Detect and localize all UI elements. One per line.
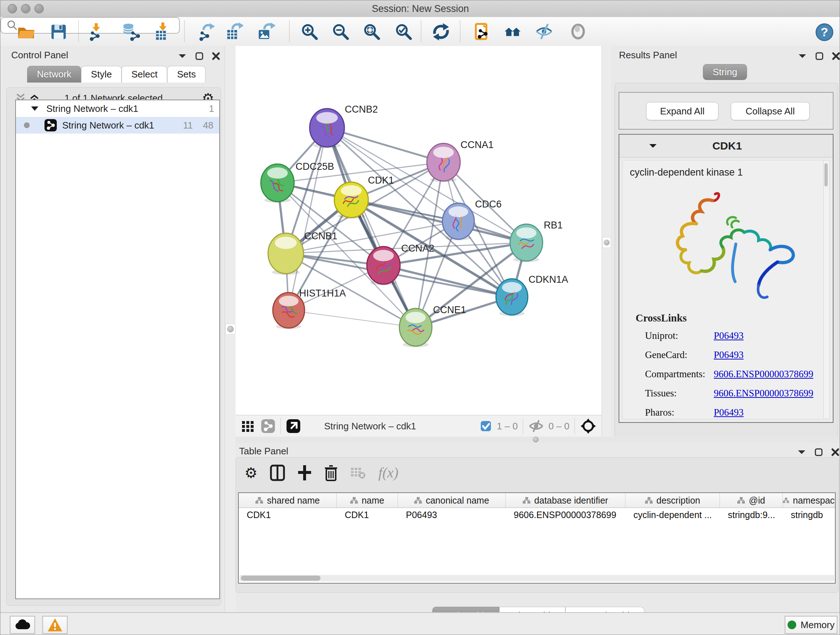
delete-column-trash-icon[interactable]: [324, 464, 338, 481]
left-splitter[interactable]: [225, 46, 236, 612]
expand-all-button[interactable]: Expand All: [646, 102, 718, 120]
column-header-description[interactable]: description: [625, 493, 720, 508]
left-splitter-handle[interactable]: [227, 326, 234, 333]
table-cell[interactable]: 9606.ENSP00000378699: [506, 508, 625, 522]
string-view-icon[interactable]: [261, 419, 275, 433]
table-cell[interactable]: P06493: [398, 508, 506, 522]
network-edge-CCNB2-HIST1H1A[interactable]: [289, 128, 327, 310]
collection-expand-icon[interactable]: [30, 105, 39, 112]
selected-checkbox[interactable]: [480, 420, 492, 432]
crosslink-link[interactable]: P06493: [714, 330, 744, 341]
right-splitter[interactable]: [602, 46, 612, 438]
create-column-icon[interactable]: [297, 464, 312, 481]
column-header-namespace[interactable]: namespace: [783, 493, 836, 508]
gene-collapse-icon[interactable]: [648, 142, 658, 149]
string-document-button[interactable]: [472, 22, 491, 41]
results-scrollbar[interactable]: [823, 161, 829, 418]
memory-button[interactable]: Memory: [785, 616, 837, 634]
enhanced-graphics-button[interactable]: [569, 22, 587, 41]
right-splitter-handle[interactable]: [604, 240, 609, 245]
birdseye-grid-icon[interactable]: [240, 419, 255, 433]
help-button[interactable]: ?: [815, 23, 834, 42]
table-options-gear-icon[interactable]: ⚙: [245, 464, 257, 481]
network-edge-CCNE1-HIST1H1A[interactable]: [289, 310, 416, 327]
results-scrollbar-thumb[interactable]: [824, 163, 828, 187]
crosslink-link[interactable]: 9606.ENSP00000378699: [714, 369, 813, 380]
tab-sets[interactable]: Sets: [167, 66, 205, 82]
open-in-browser-icon[interactable]: [286, 418, 301, 434]
network-row[interactable]: String Network – cdk1 11 48: [16, 117, 219, 134]
network-node-CCNB2[interactable]: CCNB2: [309, 104, 378, 148]
apply-layout-button[interactable]: [431, 22, 450, 41]
network-node-CDKN1A[interactable]: CDKN1A: [496, 274, 568, 316]
table-row[interactable]: CDK1CDK1P064939606.ENSP00000378699cyclin…: [239, 508, 836, 522]
panel-float-icon[interactable]: [178, 52, 187, 60]
horizontal-splitter[interactable]: [235, 437, 840, 443]
tab-select[interactable]: Select: [122, 66, 167, 82]
panel-float-icon[interactable]: [798, 52, 807, 60]
table-hscrollbar-track[interactable]: [240, 575, 834, 581]
gene-header[interactable]: CDK1: [619, 135, 833, 157]
export-network-button[interactable]: [196, 22, 215, 41]
tab-network[interactable]: Network: [27, 66, 81, 82]
panel-maximize-icon[interactable]: [195, 52, 204, 60]
panel-close-icon[interactable]: [832, 52, 840, 60]
network-node-CCNE1[interactable]: CCNE1: [399, 304, 466, 347]
results-panel-title: Results Panel: [619, 50, 677, 61]
network-node-CCNB1[interactable]: CCNB1: [268, 231, 338, 275]
crosslink-link[interactable]: P06493: [714, 349, 744, 361]
column-header-canonical-name[interactable]: canonical name: [398, 493, 506, 508]
network-canvas[interactable]: CDK1CCNB1CCNB2CCNA1CCNA2CCNE1CDC25BCDC6C…: [235, 46, 602, 415]
table-cell[interactable]: CDK1: [239, 508, 337, 522]
hidden-eye-icon[interactable]: [528, 420, 544, 432]
export-image-button[interactable]: [256, 22, 275, 41]
horizontal-splitter-handle[interactable]: [533, 437, 538, 442]
crosslink-link[interactable]: 9606.ENSP00000378699: [714, 388, 813, 399]
panel-close-icon[interactable]: [212, 52, 220, 60]
column-header-shared-name[interactable]: shared name: [239, 493, 337, 508]
hide-glass-effect-button[interactable]: [535, 22, 554, 41]
crosslink-link[interactable]: P06493: [714, 407, 744, 418]
crosslink-label: Compartments:: [645, 369, 714, 380]
string-homes-button[interactable]: [504, 22, 523, 41]
cloud-status-button[interactable]: [10, 616, 35, 634]
node-table[interactable]: shared namenamecanonical namedatabase id…: [238, 492, 836, 584]
panel-maximize-icon[interactable]: [814, 448, 823, 456]
zoom-fit-button[interactable]: [362, 22, 381, 41]
table-cell[interactable]: cyclin-dependent ...: [625, 508, 720, 522]
collapse-all-button[interactable]: Collapse All: [731, 102, 810, 120]
warnings-button[interactable]: [42, 616, 68, 634]
fit-selected-crosshair-icon[interactable]: [580, 418, 597, 434]
table-hscrollbar-thumb[interactable]: [241, 576, 321, 581]
column-header-@id[interactable]: @id: [720, 493, 783, 508]
node-label-CDK1: CDK1: [368, 175, 394, 186]
network-collection-row[interactable]: String Network – cdk1 1: [16, 100, 219, 117]
column-header-name[interactable]: name: [337, 493, 398, 508]
panel-float-icon[interactable]: [797, 448, 806, 456]
zoom-selected-button[interactable]: [394, 22, 413, 41]
network-edge-CCNB2-CCNA1[interactable]: [327, 128, 444, 162]
import-network-button[interactable]: [87, 22, 106, 41]
table-cell[interactable]: stringdb: [783, 508, 836, 522]
tab-style[interactable]: Style: [81, 66, 122, 82]
network-node-RB1[interactable]: RB1: [510, 220, 563, 262]
network-view-toolbar: String Network – cdk1 1 – 0 0 – 0: [235, 415, 602, 437]
table-cell[interactable]: stringdb:9...: [720, 508, 783, 522]
zoom-in-button[interactable]: [300, 22, 319, 41]
show-columns-icon[interactable]: [270, 464, 285, 481]
zoom-out-button[interactable]: [331, 22, 350, 41]
import-database-button[interactable]: [121, 22, 140, 41]
tab-string[interactable]: String: [703, 64, 747, 80]
string-network-icon: [44, 119, 57, 132]
column-header-database-identifier[interactable]: database identifier: [506, 493, 625, 508]
save-session-button[interactable]: [49, 22, 68, 41]
network-node-CCNA1[interactable]: CCNA1: [427, 139, 494, 182]
panel-maximize-icon[interactable]: [815, 52, 824, 60]
network-node-HIST1H1A[interactable]: HIST1H1A: [273, 288, 346, 329]
import-table-button[interactable]: [153, 22, 172, 41]
panel-close-icon[interactable]: [831, 448, 840, 456]
table-cell[interactable]: CDK1: [337, 508, 398, 522]
export-table-button[interactable]: [225, 22, 243, 41]
network-node-CDC25B[interactable]: CDC25B: [261, 161, 334, 203]
open-session-button[interactable]: [16, 22, 35, 41]
